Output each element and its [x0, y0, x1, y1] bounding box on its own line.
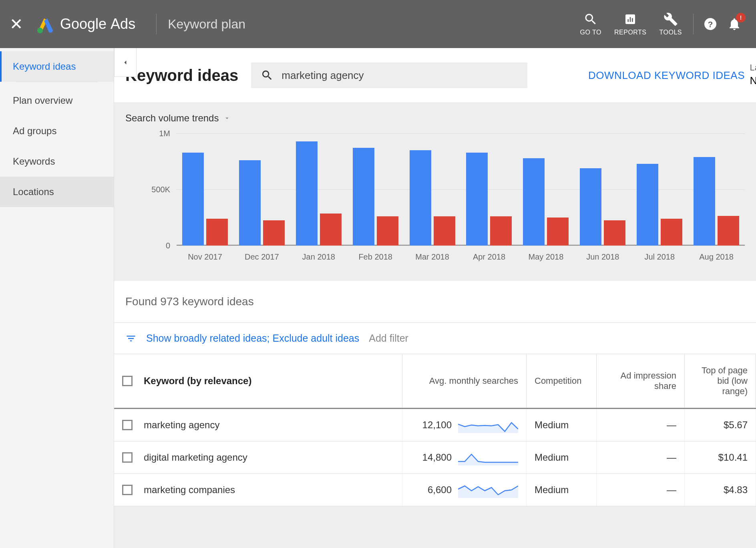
cell-searches: 14,800	[402, 441, 527, 473]
reports-icon	[623, 12, 637, 26]
x-label: Aug 2018	[688, 252, 745, 262]
collapse-sidebar-button[interactable]	[114, 48, 137, 77]
x-label: Apr 2018	[461, 252, 518, 262]
cell-bid: $5.67	[685, 409, 756, 441]
bar	[580, 168, 601, 246]
reports-tool[interactable]: REPORTS	[614, 12, 647, 36]
bar-group	[233, 133, 290, 246]
bar	[547, 218, 569, 246]
table-header: Keyword (by relevance) Avg. monthly sear…	[114, 354, 756, 409]
cell-competition: Medium	[527, 441, 597, 473]
sidebar-item-ad-groups[interactable]: Ad groups	[0, 116, 114, 146]
table-row: marketing agency 12,100 Medium — $5.67	[114, 409, 756, 441]
wrench-icon	[664, 12, 678, 26]
svg-rect-4	[632, 18, 633, 22]
divider	[156, 14, 157, 34]
col-competition[interactable]: Competition	[527, 354, 597, 408]
keyword-search[interactable]	[251, 62, 527, 88]
col-searches[interactable]: Avg. monthly searches	[402, 354, 527, 408]
cell-impression: —	[597, 409, 685, 441]
row-checkbox[interactable]	[122, 420, 133, 430]
bar-group	[461, 133, 518, 246]
bar	[434, 216, 455, 246]
y-tick: 500K	[151, 185, 170, 194]
row-checkbox[interactable]	[122, 452, 133, 463]
filter-icon[interactable]	[125, 333, 137, 344]
cell-searches: 12,100	[402, 409, 527, 441]
bar	[182, 153, 204, 246]
section-title: Keyword ideas	[125, 66, 238, 85]
bar	[523, 158, 545, 246]
x-label: Jul 2018	[631, 252, 688, 262]
goto-tool[interactable]: GO TO	[580, 12, 601, 36]
brand-text: Google Ads	[60, 16, 135, 32]
chart-section: Search volume trends 1M500K0 Nov 2017Dec…	[114, 103, 756, 266]
download-keyword-ideas-link[interactable]: DOWNLOAD KEYWORD IDEAS	[588, 69, 745, 82]
filter-row: Show broadly related ideas; Exclude adul…	[114, 323, 756, 354]
ads-logo-icon	[36, 14, 55, 34]
page-title: Keyword plan	[168, 17, 245, 32]
tools-tool[interactable]: TOOLS	[659, 12, 682, 36]
bar	[353, 148, 374, 246]
x-label: May 2018	[517, 252, 574, 262]
bar	[296, 141, 318, 246]
search-icon	[261, 69, 273, 82]
row-checkbox[interactable]	[122, 485, 133, 495]
bar-group	[177, 133, 233, 246]
search-icon	[583, 12, 598, 26]
search-volume-chart: 1M500K0 Nov 2017Dec 2017Jan 2018Feb 2018…	[143, 133, 745, 262]
chevron-down-icon[interactable]	[223, 115, 231, 122]
sidebar-item-keywords[interactable]: Keywords	[0, 146, 114, 177]
bar	[490, 216, 512, 246]
col-keyword[interactable]: Keyword (by relevance)	[114, 354, 402, 408]
chevron-left-icon	[121, 58, 129, 66]
y-tick: 0	[166, 241, 170, 250]
cell-impression: —	[597, 441, 685, 473]
svg-rect-3	[630, 17, 631, 22]
sparkline	[458, 417, 518, 433]
truncated-panel: Las No	[750, 62, 756, 87]
google-ads-logo	[36, 14, 55, 34]
bar-group	[688, 133, 745, 246]
sparkline	[458, 482, 518, 498]
app-header: ✕ Google Ads Keyword plan GO TO REPORTS …	[0, 0, 756, 48]
select-all-checkbox[interactable]	[122, 376, 133, 386]
active-filters-link[interactable]: Show broadly related ideas; Exclude adul…	[146, 332, 359, 344]
chart-title: Search volume trends	[125, 113, 219, 124]
x-label: Dec 2017	[233, 252, 290, 262]
gridline	[177, 246, 745, 246]
sidebar-item-plan-overview[interactable]: Plan overview	[0, 85, 114, 116]
bar-group	[290, 133, 347, 246]
x-label: Feb 2018	[347, 252, 404, 262]
cell-keyword: marketing agency	[114, 409, 402, 441]
notifications-button[interactable]: !	[726, 15, 743, 33]
add-filter-button[interactable]: Add filter	[369, 332, 408, 344]
cell-competition: Medium	[527, 474, 597, 506]
svg-marker-7	[458, 423, 518, 433]
help-button[interactable]: ?	[702, 15, 719, 33]
divider	[16, 82, 98, 82]
main-content: Keyword ideas DOWNLOAD KEYWORD IDEAS Las…	[114, 48, 756, 548]
bar	[637, 164, 658, 246]
col-bid[interactable]: Top of page bid (low range)	[685, 354, 756, 408]
x-label: Nov 2017	[177, 252, 233, 262]
cell-searches: 6,600	[402, 474, 527, 506]
close-button[interactable]: ✕	[10, 15, 23, 33]
table-row: marketing companies 6,600 Medium — $4.83	[114, 474, 756, 506]
sidebar: Keyword ideas Plan overview Ad groups Ke…	[0, 48, 114, 548]
x-label: Jan 2018	[290, 252, 347, 262]
sidebar-item-locations[interactable]: Locations	[0, 177, 114, 207]
bar	[377, 216, 398, 246]
bar	[263, 220, 285, 246]
col-impression[interactable]: Ad impression share	[597, 354, 685, 408]
bar	[466, 153, 488, 246]
bar	[694, 157, 715, 246]
cell-bid: $10.41	[685, 441, 756, 473]
cell-impression: —	[597, 474, 685, 506]
y-tick: 1M	[159, 129, 170, 138]
sparkline	[458, 449, 518, 465]
svg-text:?: ?	[708, 20, 713, 29]
sidebar-item-keyword-ideas[interactable]: Keyword ideas	[0, 51, 114, 82]
keyword-search-input[interactable]	[281, 69, 518, 82]
svg-rect-2	[628, 19, 629, 22]
